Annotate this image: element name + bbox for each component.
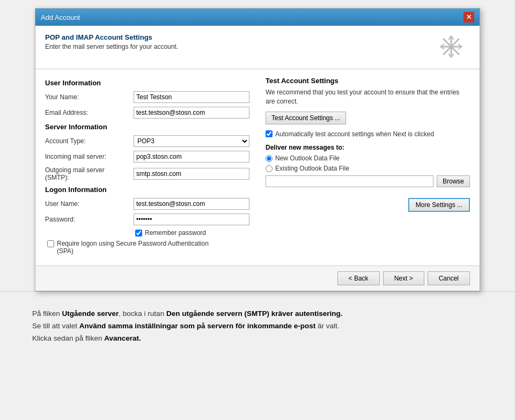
dialog-header: POP and IMAP Account Settings Enter the …: [35, 26, 480, 69]
close-button[interactable]: ✕: [464, 12, 474, 23]
left-panel: User Information Your Name: Email Addres…: [45, 77, 249, 258]
instruction-line-3: Klicka sedan på fliken Avancerat.: [32, 333, 483, 345]
your-name-input[interactable]: [134, 91, 249, 103]
more-settings-button[interactable]: More Settings ...: [408, 198, 470, 212]
new-outlook-row: New Outlook Data File: [266, 154, 470, 162]
title-bar: Add Account ✕: [35, 9, 480, 26]
header-left: POP and IMAP Account Settings Enter the …: [45, 33, 178, 50]
remember-password-label: Remember password: [145, 229, 206, 237]
account-type-row: Account Type: POP3 IMAP: [45, 135, 249, 147]
user-info-title: User Information: [45, 79, 249, 87]
line1-post: , bocka i rutan: [119, 310, 166, 318]
cancel-button[interactable]: Cancel: [428, 271, 470, 285]
header-subtext: Enter the mail server settings for your …: [45, 43, 178, 50]
outgoing-server-row: Outgoing mail server (SMTP):: [45, 166, 249, 181]
password-label: Password:: [45, 216, 134, 223]
email-label: Email Address:: [45, 109, 134, 116]
outgoing-server-label: Outgoing mail server (SMTP):: [45, 166, 134, 181]
email-row: Email Address:: [45, 107, 249, 119]
browse-input[interactable]: [266, 175, 433, 187]
back-button[interactable]: < Back: [337, 271, 380, 285]
deliver-title: Deliver new messages to:: [266, 144, 470, 151]
next-button[interactable]: Next >: [383, 271, 424, 285]
anvand-bold: Använd samma inställningar som på server…: [79, 322, 315, 330]
dialog-body: User Information Your Name: Email Addres…: [35, 69, 480, 266]
line1-pre: På fliken: [32, 310, 62, 318]
new-outlook-label: New Outlook Data File: [275, 154, 340, 162]
instruction-line-1: På fliken Utgående server, bocka i rutan…: [32, 308, 483, 320]
password-row: Password:: [45, 213, 249, 225]
new-outlook-radio[interactable]: [266, 155, 273, 162]
existing-outlook-row: Existing Outlook Data File: [266, 165, 470, 172]
existing-outlook-radio[interactable]: [266, 165, 273, 172]
account-type-select[interactable]: POP3 IMAP: [134, 135, 249, 147]
line2-post: är valt.: [315, 322, 339, 330]
utgaende-server-bold: Utgående server: [62, 310, 119, 318]
username-input[interactable]: [134, 198, 249, 210]
incoming-server-label: Incoming mail server:: [45, 153, 134, 160]
dialog-footer: < Back Next > Cancel: [35, 266, 480, 291]
right-panel: Test Account Settings We recommend that …: [260, 77, 470, 258]
line2-pre: Se till att valet: [32, 322, 79, 330]
username-row: User Name:: [45, 198, 249, 210]
email-input[interactable]: [134, 107, 249, 119]
header-heading: POP and IMAP Account Settings: [45, 33, 178, 41]
snowflake-icon: [438, 33, 470, 63]
browse-row: Browse: [266, 175, 470, 187]
require-spa-checkbox[interactable]: [47, 240, 54, 247]
auto-test-row: Automatically test account settings when…: [266, 130, 470, 139]
incoming-server-input[interactable]: [134, 151, 249, 163]
password-input[interactable]: [134, 213, 249, 225]
bottom-text-section: På fliken Utgående server, bocka i rutan…: [0, 292, 515, 356]
username-label: User Name:: [45, 200, 134, 208]
test-account-settings-button[interactable]: Test Account Settings ...: [266, 112, 346, 124]
auto-test-checkbox[interactable]: [266, 130, 273, 137]
remember-password-checkbox[interactable]: [135, 230, 142, 237]
more-settings-row: More Settings ...: [266, 198, 470, 212]
server-info-title: Server Information: [45, 123, 249, 131]
smtp-bold: Den utgående servern (SMTP) kräver auten…: [166, 310, 343, 318]
test-settings-desc: We recommend that you test your account …: [266, 88, 470, 106]
add-account-dialog: Add Account ✕ POP and IMAP Account Setti…: [35, 8, 480, 291]
remember-password-row: Remember password: [135, 229, 249, 237]
dialog-title: Add Account: [41, 13, 80, 21]
dialog-overlay: Add Account ✕ POP and IMAP Account Setti…: [0, 0, 515, 291]
instruction-line-2: Se till att valet Använd samma inställni…: [32, 320, 483, 333]
require-spa-row: Require logon using Secure Password Auth…: [47, 240, 249, 255]
browse-button[interactable]: Browse: [437, 175, 470, 187]
your-name-row: Your Name:: [45, 91, 249, 103]
incoming-server-row: Incoming mail server:: [45, 151, 249, 163]
outgoing-server-input[interactable]: [134, 168, 249, 180]
line3-pre: Klicka sedan på fliken: [32, 334, 104, 342]
auto-test-label: Automatically test account settings when…: [275, 130, 434, 139]
logon-info-title: Logon Information: [45, 186, 249, 194]
avancerat-bold: Avancerat.: [104, 334, 141, 342]
account-type-label: Account Type:: [45, 137, 134, 145]
your-name-label: Your Name:: [45, 93, 134, 101]
existing-outlook-label: Existing Outlook Data File: [275, 165, 349, 172]
test-settings-title: Test Account Settings: [266, 77, 470, 85]
require-spa-label: Require logon using Secure Password Auth…: [57, 240, 218, 255]
